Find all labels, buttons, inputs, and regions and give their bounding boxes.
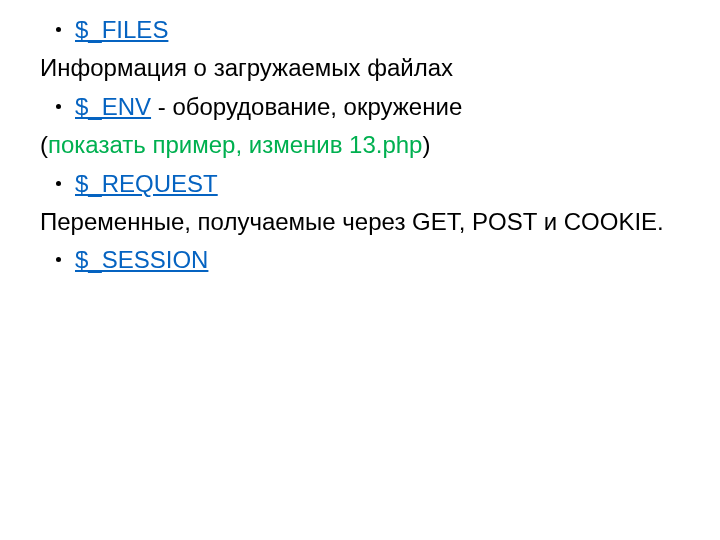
text-files-desc: Информация о загружаемых файлах	[40, 52, 680, 84]
link-session[interactable]: $_SESSION	[75, 244, 208, 276]
text-example-green: показать пример, изменив 13.php	[48, 131, 422, 158]
bullet-request: $_REQUEST	[56, 168, 680, 200]
text-request-desc: Переменные, получаемые через GET, POST и…	[40, 206, 680, 238]
bullet-dot	[56, 27, 61, 32]
bullet-dot	[56, 257, 61, 262]
bullet-files: $_FILES	[56, 14, 680, 46]
bullet-dot	[56, 104, 61, 109]
bullet-env-content: $_ENV - оборудование, окружение	[75, 91, 462, 123]
bullet-dot	[56, 181, 61, 186]
link-request[interactable]: $_REQUEST	[75, 168, 218, 200]
slide-body: $_FILES Информация о загружаемых файлах …	[0, 0, 720, 277]
link-env[interactable]: $_ENV	[75, 93, 151, 120]
paren-close: )	[422, 131, 430, 158]
link-files[interactable]: $_FILES	[75, 14, 168, 46]
bullet-env: $_ENV - оборудование, окружение	[56, 91, 680, 123]
text-example: (показать пример, изменив 13.php)	[40, 129, 680, 161]
bullet-session: $_SESSION	[56, 244, 680, 276]
text-env-tail: - оборудование, окружение	[151, 93, 462, 120]
paren-open: (	[40, 131, 48, 158]
